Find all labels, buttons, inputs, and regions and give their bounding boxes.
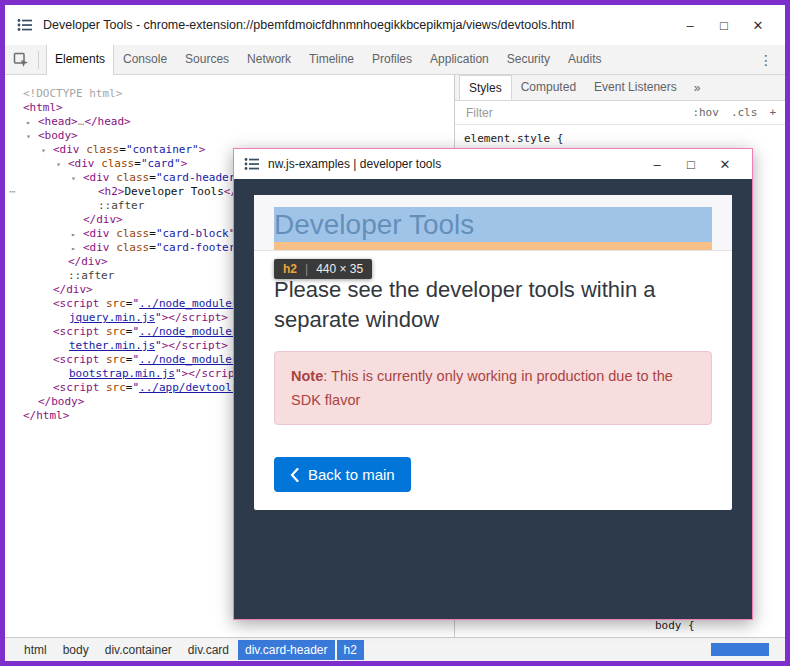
inspect-highlight-content	[274, 207, 712, 242]
code-token: bootstrap.min.js	[69, 367, 175, 380]
close-icon[interactable]: ✕	[741, 18, 775, 33]
toolbar-separator	[38, 51, 39, 69]
tree-row[interactable]: <html>	[5, 101, 454, 115]
devtools-toolbar: ElementsConsoleSourcesNetworkTimelinePro…	[5, 45, 785, 75]
code-token: <html>	[23, 101, 63, 114]
code-token: <head>	[38, 115, 78, 128]
code-token: <div	[83, 171, 116, 184]
tooltip-size: 440 × 35	[316, 262, 363, 276]
app-window-title: nw.js-examples | developer tools	[268, 157, 441, 171]
code-token: <div	[83, 241, 116, 254]
inspect-highlight-margin	[274, 242, 712, 250]
tree-row[interactable]: ▸<head>…</head>	[5, 115, 454, 129]
tab-security[interactable]: Security	[498, 45, 559, 75]
code-token: ../node_modules/	[139, 325, 245, 338]
app-close-icon[interactable]: ✕	[708, 157, 742, 172]
style-toggle-cls[interactable]: .cls	[731, 106, 758, 119]
collapse-arrow-icon[interactable]: ▾	[71, 172, 76, 186]
app-list-icon	[244, 157, 260, 171]
note-text: : This is currently only working in prod…	[291, 368, 673, 408]
expand-arrow-icon[interactable]: ▸	[71, 242, 76, 256]
code-token: "card-footer"	[156, 241, 242, 254]
collapse-arrow-icon[interactable]: ▾	[56, 158, 61, 172]
code-token: </body>	[38, 395, 84, 408]
code-token: <script	[53, 325, 106, 338]
code-token: <h2>	[98, 185, 125, 198]
code-token: =	[134, 157, 141, 170]
code-token: <div	[68, 157, 101, 170]
code-token: "card-header"	[156, 171, 242, 184]
code-token: ::after	[98, 199, 144, 212]
breadcrumb-items: htmlbodydiv.containerdiv.carddiv.card-he…	[17, 640, 364, 660]
code-token: class	[116, 241, 149, 254]
app-window-controls: – □ ✕	[640, 149, 742, 179]
crumb-body[interactable]: body	[56, 640, 96, 660]
tree-row[interactable]: ▾<body>	[5, 129, 454, 143]
code-token: </html>	[23, 409, 69, 422]
crumb-div.container[interactable]: div.container	[98, 640, 179, 660]
tab-network[interactable]: Network	[238, 45, 300, 75]
minimize-icon[interactable]: –	[673, 18, 707, 33]
style-toggle-[interactable]: +	[769, 106, 776, 119]
tab-profiles[interactable]: Profiles	[363, 45, 421, 75]
inspect-element-icon[interactable]	[13, 52, 31, 68]
tab-console[interactable]: Console	[114, 45, 176, 75]
more-tabs-icon[interactable]: »	[694, 81, 701, 95]
app-content: Developer Tools h2 | 440 × 35 Please see…	[234, 179, 752, 619]
tab-sources[interactable]: Sources	[176, 45, 238, 75]
back-to-main-button[interactable]: Back to main	[274, 457, 411, 492]
overflow-ellipsis: ⋯	[9, 185, 16, 199]
app-minimize-icon[interactable]: –	[640, 157, 674, 172]
sidebar-tab-event-listeners[interactable]: Event Listeners	[585, 75, 686, 100]
window-title: Developer Tools - chrome-extension://pbe…	[43, 18, 574, 32]
code-token: ></script>	[162, 311, 228, 324]
breadcrumb: htmlbodydiv.containerdiv.carddiv.card-he…	[5, 637, 785, 661]
style-toggle-hov[interactable]: :hov	[692, 106, 719, 119]
code-token: src	[106, 297, 126, 310]
card-block: Please see the developer tools within a …	[254, 251, 732, 441]
code-token: <script	[53, 381, 106, 394]
code-token: =	[119, 143, 126, 156]
styles-link-highlight[interactable]	[711, 643, 769, 656]
tab-audits[interactable]: Audits	[559, 45, 610, 75]
screen-frame: Developer Tools - chrome-extension://pbe…	[0, 0, 790, 666]
chevron-left-icon	[290, 468, 299, 482]
note-label: Note	[291, 368, 323, 384]
body-rule[interactable]: body {	[655, 619, 695, 632]
code-token: ></script>	[162, 339, 228, 352]
code-token: "	[175, 367, 182, 380]
expand-arrow-icon[interactable]: ▸	[26, 116, 31, 130]
code-token: class	[116, 171, 149, 184]
tab-timeline[interactable]: Timeline	[300, 45, 363, 75]
crumb-html[interactable]: html	[17, 640, 54, 660]
code-token: "card"	[141, 157, 181, 170]
crumb-h2[interactable]: h2	[337, 640, 364, 660]
tab-elements[interactable]: Elements	[46, 45, 114, 75]
sidebar-tab-computed[interactable]: Computed	[512, 75, 585, 100]
app-window: nw.js-examples | developer tools – □ ✕ D…	[233, 148, 753, 620]
tree-row[interactable]: <!DOCTYPE html>	[5, 87, 454, 101]
sidebar-tab-styles[interactable]: Styles	[459, 75, 512, 100]
expand-arrow-icon[interactable]: ▸	[71, 228, 76, 242]
collapse-arrow-icon[interactable]: ▾	[26, 130, 31, 144]
code-token: <!DOCTYPE html>	[23, 87, 122, 100]
styles-filter-input[interactable]	[464, 105, 594, 121]
maximize-icon[interactable]: □	[707, 18, 741, 33]
sidebar-tab-list: StylesComputedEvent Listeners	[459, 75, 686, 100]
code-token: <body>	[38, 129, 78, 142]
code-token: </div>	[83, 213, 123, 226]
crumb-div.card-header[interactable]: div.card-header	[238, 640, 335, 660]
code-token: class	[86, 143, 119, 156]
window-controls: – □ ✕	[673, 5, 775, 45]
code-token: src	[106, 325, 126, 338]
code-token: ::after	[68, 269, 114, 282]
main-menu-icon[interactable]: ⋮	[759, 52, 773, 68]
code-token: src	[106, 353, 126, 366]
collapse-arrow-icon[interactable]: ▾	[41, 144, 46, 158]
extension-list-icon	[17, 18, 33, 32]
crumb-div.card[interactable]: div.card	[181, 640, 236, 660]
app-maximize-icon[interactable]: □	[674, 157, 708, 172]
code-token: =	[149, 171, 156, 184]
tab-application[interactable]: Application	[421, 45, 498, 75]
code-token: "	[155, 339, 162, 352]
